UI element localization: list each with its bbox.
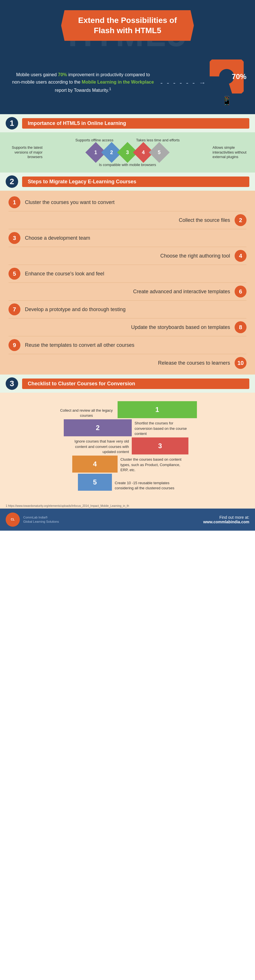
stair-label-3: Ignore courses that have very old conten…	[67, 439, 129, 455]
stats-footnote: 1	[109, 87, 111, 91]
footer-url-container: Find out more at: www.commlabindia.com	[203, 515, 249, 524]
step-text-3: Choose a development team	[21, 235, 247, 241]
staircase: Collect and review all the legacy course…	[0, 393, 255, 498]
footer-section: CL CommLab India® Global Learning Soluti…	[0, 509, 255, 531]
step-text-10: Release the courses to learners	[8, 360, 234, 366]
stair-label-5: Create 10 -15 reusable templates conside…	[115, 480, 177, 491]
stair-label-4: Cluster the courses based on content typ…	[120, 457, 183, 473]
stair-label-2: Shortlist the courses for conversion bas…	[135, 421, 191, 436]
section3-header: 3 Checklist to Cluster Courses for Conve…	[0, 375, 255, 393]
stair-block-3: 3	[132, 438, 188, 455]
step-item-2: 2 Collect the source files	[0, 212, 255, 229]
footnote-text: 1 https://www.towardsmaturity.org/elemen…	[6, 504, 129, 508]
step-item-9: 9 Reuse the templates to convert all oth…	[0, 336, 255, 354]
diamond-5: 5	[149, 142, 170, 163]
step-circle-9: 9	[8, 339, 21, 351]
stats-link: Mobile Learning in the Workplace	[81, 80, 154, 84]
step-circle-6: 6	[234, 286, 247, 298]
footer-company-sub: Global Learning Solutions	[23, 520, 59, 524]
footer-logo: CL CommLab India® Global Learning Soluti…	[6, 512, 59, 527]
importance-section: Supports offline access Takes less time …	[0, 132, 255, 173]
pie-chart: 70%	[210, 59, 244, 94]
step-text-4: Choose the right authoring tool	[8, 253, 234, 259]
stair-label-1: Collect and review all the legacy course…	[58, 408, 115, 418]
stats-arrow: - - - - - - →	[160, 79, 207, 87]
stair-block-5: 5	[78, 474, 112, 491]
step-item-8: 8 Update the storyboards based on templa…	[0, 318, 255, 336]
step-item-3: 3 Choose a development team	[0, 229, 255, 247]
step-text-5: Enhance the course's look and feel	[21, 271, 247, 277]
phone-icon: 📱	[222, 96, 232, 106]
step-item-6: 6 Create advanced and interactive templa…	[0, 283, 255, 300]
label-right: Allows simple interactivities without ex…	[212, 145, 249, 160]
step-text-6: Create advanced and interactive template…	[8, 289, 234, 295]
step-circle-7: 7	[8, 304, 21, 315]
checklist-section: Collect and review all the legacy course…	[0, 393, 255, 503]
stats-percentage: 70%	[58, 72, 67, 77]
section3-number: 3	[6, 377, 18, 390]
step-circle-1: 1	[8, 196, 21, 208]
header-title-line1: Extend the Possibilities of	[78, 16, 177, 25]
step-text-7: Develop a prototype and do thorough test…	[21, 307, 247, 312]
step-circle-10: 10	[234, 357, 247, 369]
stats-text-before: Mobile users gained	[16, 72, 58, 77]
footer-url: www.commlabindia.com	[203, 520, 249, 524]
stair-block-1: 1	[118, 401, 197, 418]
step-circle-3: 3	[8, 232, 21, 244]
step-item-4: 4 Choose the right authoring tool	[0, 247, 255, 265]
stats-text: Mobile users gained 70% improvement in p…	[11, 71, 155, 94]
footnote: 1 https://www.towardsmaturity.org/elemen…	[0, 503, 255, 509]
step-circle-2: 2	[234, 214, 247, 226]
footer-company-name: CommLab India®	[23, 515, 59, 520]
section2-title: Steps to Migrate Legacy E-Learning Cours…	[22, 177, 249, 187]
label-top-left: Supports offline access	[75, 138, 113, 142]
label-top-right: Takes less time and efforts	[136, 138, 180, 142]
section1-number: 1	[6, 117, 18, 129]
step-text-8: Update the storyboards based on template…	[8, 325, 234, 330]
stats-section: Mobile users gained 70% improvement in p…	[0, 51, 255, 114]
stair-row-4: 4 Cluster the courses based on content t…	[6, 456, 249, 473]
step-circle-8: 8	[234, 321, 247, 333]
section2-header: 2 Steps to Migrate Legacy E-Learning Cou…	[0, 173, 255, 191]
stair-row-5: 5 Create 10 -15 reusable templates consi…	[6, 474, 249, 491]
footer-logo-icon: CL	[6, 512, 20, 527]
step-text-1: Cluster the courses you want to convert	[21, 199, 247, 205]
steps-list: 1 Cluster the courses you want to conver…	[0, 191, 255, 375]
header-section: HTML5 Extend the Possibilities of Flash …	[0, 0, 255, 51]
step-circle-5: 5	[8, 268, 21, 280]
step-text-2: Collect the source files	[8, 217, 234, 223]
footer-url-label: Find out more at:	[203, 515, 249, 520]
stats-text-after: report by Towards Maturity.	[55, 88, 109, 93]
steps-section: 1 Cluster the courses you want to conver…	[0, 191, 255, 375]
step-item-7: 7 Develop a prototype and do thorough te…	[0, 301, 255, 318]
section1-header: 1 Importance of HTML5 in Online Learning	[0, 114, 255, 132]
step-circle-4: 4	[234, 250, 247, 262]
stair-row-3: Ignore courses that have very old conten…	[6, 438, 249, 455]
footer-logo-text: CommLab India® Global Learning Solutions	[23, 515, 59, 524]
step-text-9: Reuse the templates to convert all other…	[21, 342, 247, 348]
stair-block-2: 2	[64, 419, 132, 436]
section1-title: Importance of HTML5 in Online Learning	[22, 118, 249, 129]
stair-row-2: 2 Shortlist the courses for conversion b…	[6, 419, 249, 436]
label-left: Supports the latest versions of major br…	[6, 145, 43, 160]
header-ribbon: Extend the Possibilities of Flash with H…	[61, 10, 194, 41]
section2-number: 2	[6, 175, 18, 188]
step-item-5: 5 Enhance the course's look and feel	[0, 265, 255, 282]
step-item-1: 1 Cluster the courses you want to conver…	[0, 194, 255, 211]
pie-label: 70%	[232, 72, 247, 81]
stair-block-4: 4	[72, 456, 118, 473]
label-bottom: Is compatible with mobile browsers	[6, 162, 249, 167]
diamonds-container: 1 2 3 4 5	[45, 145, 210, 160]
stair-row-1: Collect and review all the legacy course…	[6, 401, 249, 418]
step-item-10: 10 Release the courses to learners	[0, 354, 255, 372]
header-title-line2: Flash with HTML5	[94, 26, 161, 35]
section3-title: Checklist to Cluster Courses for Convers…	[22, 379, 249, 389]
stats-visual-row: - - - - - - → 70% 📱	[160, 59, 244, 106]
stats-visual: 70% 📱	[210, 59, 244, 106]
